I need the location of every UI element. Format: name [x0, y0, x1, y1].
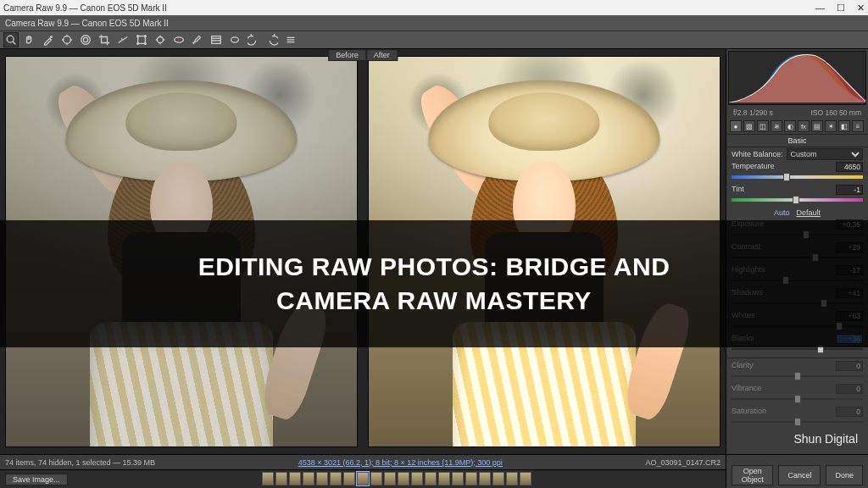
- white-balance-row: White Balance: Custom: [726, 147, 868, 161]
- minimize-button[interactable]: —: [815, 3, 825, 14]
- done-button[interactable]: Done: [826, 465, 863, 485]
- window-controls: — ☐ ✕: [815, 3, 865, 14]
- radial-filter-icon[interactable]: [227, 32, 242, 47]
- tab-lens[interactable]: ▤: [811, 120, 823, 132]
- current-filename: AO_03091_0147.CR2: [645, 458, 721, 467]
- cancel-button[interactable]: Cancel: [778, 465, 821, 485]
- svg-rect-12: [138, 36, 146, 44]
- close-button[interactable]: ✕: [857, 3, 865, 14]
- auto-link[interactable]: Auto: [774, 208, 790, 217]
- panel-tabs: ● ▧ ◫ ≋ ◐ fx ▤ ✶ ◧ ≡: [726, 119, 868, 135]
- svg-point-19: [178, 39, 181, 42]
- os-titlebar: Camera Raw 9.9 — Canon EOS 5D Mark II — …: [0, 0, 868, 15]
- slider-temperature[interactable]: Temperature4650: [726, 161, 868, 184]
- white-balance-tool-icon[interactable]: [41, 32, 56, 47]
- tab-fx[interactable]: fx: [798, 120, 810, 132]
- wb-select[interactable]: Custom: [787, 148, 863, 160]
- slider-vibrance[interactable]: Vibrance0: [726, 383, 868, 406]
- rotate-cw-icon[interactable]: [264, 32, 280, 47]
- app-menubar: Camera Raw 9.9 — Canon EOS 5D Mark II: [0, 15, 868, 30]
- graduated-filter-icon[interactable]: [209, 32, 224, 47]
- app-title: Camera Raw 9.9 — Canon EOS 5D Mark II: [5, 19, 169, 28]
- slider-tint[interactable]: Tint-1: [726, 184, 868, 207]
- filmstrip: Save Image...: [0, 469, 726, 488]
- thumbnail-strip[interactable]: [73, 472, 721, 487]
- wb-label: White Balance:: [732, 150, 783, 158]
- preferences-icon[interactable]: [283, 32, 298, 47]
- after-label: After: [366, 49, 398, 61]
- svg-point-0: [7, 36, 14, 42]
- info-bar: 74 items, 74 hidden, 1 selected — 15.39 …: [0, 454, 726, 469]
- overlay-heading: EDITING RAW PHOTOS: BRIDGE ANDCAMERA RAW…: [198, 250, 670, 319]
- open-object-button[interactable]: Open Object: [732, 465, 773, 485]
- file-details-link[interactable]: 4538 × 3021 (66.2, 1); 8 bit; 8 × 12 inc…: [298, 458, 503, 467]
- aperture-shutter: f/2.8 1/290 s: [733, 108, 773, 117]
- tab-curve[interactable]: ▧: [743, 120, 755, 132]
- target-adjust-icon[interactable]: [78, 32, 93, 47]
- tab-presets[interactable]: ◧: [838, 120, 850, 132]
- svg-point-17: [158, 37, 164, 43]
- window-title: Camera Raw 9.9 — Canon EOS 5D Mark II: [3, 3, 167, 13]
- title-overlay: EDITING RAW PHOTOS: BRIDGE ANDCAMERA RAW…: [0, 220, 868, 347]
- straighten-tool-icon[interactable]: [115, 32, 131, 47]
- color-sampler-icon[interactable]: [59, 32, 75, 47]
- tab-detail[interactable]: ◫: [757, 120, 769, 132]
- svg-point-3: [64, 36, 71, 44]
- file-count: 74 items, 74 hidden, 1 selected — 15.39 …: [5, 458, 155, 467]
- section-title: Basic: [726, 135, 868, 147]
- toolbar: [0, 30, 868, 49]
- zoom-tool-icon[interactable]: [3, 32, 19, 47]
- watermark: Shun Digital: [794, 432, 859, 446]
- spot-removal-icon[interactable]: [153, 32, 168, 47]
- save-image-button[interactable]: Save Image...: [5, 474, 68, 485]
- crop-tool-icon[interactable]: [97, 32, 112, 47]
- svg-point-2: [51, 36, 53, 38]
- adjustment-brush-icon[interactable]: [190, 32, 205, 47]
- tab-hsl[interactable]: ≋: [771, 120, 782, 132]
- svg-line-11: [121, 38, 122, 40]
- tab-snapshots[interactable]: ≡: [852, 120, 864, 132]
- svg-line-10: [119, 37, 128, 43]
- svg-point-23: [231, 37, 239, 42]
- iso-focal: ISO 160 50 mm: [810, 108, 861, 117]
- panel-footer: Open Object Cancel Done: [726, 454, 868, 488]
- hand-tool-icon[interactable]: [22, 32, 37, 47]
- tab-cal[interactable]: ✶: [825, 120, 837, 132]
- default-link[interactable]: Default: [796, 208, 821, 217]
- slider-saturation[interactable]: Saturation0: [726, 406, 868, 429]
- svg-point-9: [81, 36, 91, 45]
- redeye-tool-icon[interactable]: [171, 32, 186, 47]
- svg-line-1: [13, 42, 15, 44]
- tab-split[interactable]: ◐: [784, 120, 796, 132]
- histogram[interactable]: [728, 51, 866, 105]
- tab-basic[interactable]: ●: [730, 120, 742, 132]
- shot-meta: f/2.8 1/290 s ISO 160 50 mm: [726, 107, 868, 119]
- before-label: Before: [328, 49, 366, 61]
- transform-tool-icon[interactable]: [134, 32, 149, 47]
- before-after-toggle[interactable]: Before After: [328, 49, 398, 61]
- maximize-button[interactable]: ☐: [837, 3, 845, 14]
- svg-rect-20: [212, 36, 221, 44]
- svg-point-8: [83, 37, 87, 42]
- auto-default-row: Auto Default: [726, 207, 868, 219]
- rotate-ccw-icon[interactable]: [246, 32, 261, 47]
- slider-clarity[interactable]: Clarity0: [726, 360, 868, 383]
